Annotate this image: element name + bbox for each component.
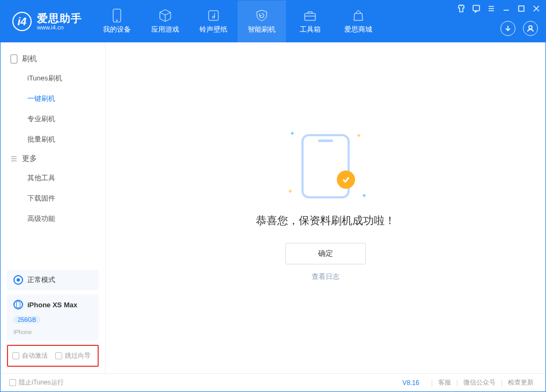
mode-dot-icon bbox=[13, 275, 23, 285]
sidebar-item-itunes-flash[interactable]: iTunes刷机 bbox=[1, 68, 105, 88]
header-right-actions bbox=[500, 21, 538, 36]
music-note-icon bbox=[206, 9, 220, 23]
view-log-link[interactable]: 查看日志 bbox=[312, 272, 340, 282]
sidebar-item-oneclick-flash[interactable]: 一键刷机 bbox=[1, 88, 105, 109]
svg-point-3 bbox=[212, 16, 215, 18]
tab-smart-flash[interactable]: 智能刷机 bbox=[238, 1, 286, 42]
sidebar-item-advanced[interactable]: 高级功能 bbox=[1, 209, 105, 229]
tab-label: 工具箱 bbox=[300, 25, 321, 34]
close-icon[interactable] bbox=[532, 4, 541, 13]
tab-label: 铃声壁纸 bbox=[200, 25, 227, 34]
footer-link-wechat[interactable]: 微信公众号 bbox=[460, 378, 499, 387]
list-icon bbox=[10, 155, 18, 162]
sparkle-icon: ✦ bbox=[290, 130, 295, 137]
checkmark-badge-icon bbox=[337, 171, 355, 189]
feedback-icon[interactable] bbox=[471, 4, 481, 13]
mode-card[interactable]: 正常模式 bbox=[7, 270, 99, 290]
minimize-icon[interactable] bbox=[501, 4, 511, 13]
sparkle-icon: ✦ bbox=[361, 192, 367, 199]
tab-label: 我的设备 bbox=[103, 25, 131, 34]
checkbox-icon bbox=[9, 379, 16, 386]
device-type: iPhone bbox=[13, 329, 32, 335]
sidebar-group-more: 更多 bbox=[1, 150, 105, 168]
version-label: V8.16 bbox=[402, 379, 419, 387]
confirm-button[interactable]: 确定 bbox=[285, 243, 366, 264]
svg-rect-5 bbox=[473, 5, 479, 11]
app-window: i4 爱思助手 www.i4.cn 我的设备 应用游戏 铃声壁纸 智能刷机 bbox=[0, 0, 546, 392]
sidebar-group-label: 更多 bbox=[22, 154, 37, 164]
svg-rect-9 bbox=[17, 302, 20, 308]
sidebar: 刷机 iTunes刷机 一键刷机 专业刷机 批量刷机 更多 其他工具 下载固件 … bbox=[1, 42, 106, 373]
sparkle-icon: ✦ bbox=[287, 188, 293, 195]
sidebar-item-download-firmware[interactable]: 下载固件 bbox=[1, 188, 105, 209]
checkbox-skip-guide[interactable]: 跳过向导 bbox=[55, 351, 91, 360]
svg-rect-4 bbox=[305, 13, 315, 20]
device-card[interactable]: iPhone XS Max 256GB iPhone bbox=[7, 294, 99, 341]
main-content: ✦ ✦ ✦ ✦ 恭喜您，保资料刷机成功啦！ 确定 查看日志 bbox=[106, 42, 545, 373]
app-title: 爱思助手 bbox=[37, 12, 82, 24]
mode-label: 正常模式 bbox=[27, 275, 55, 285]
tab-label: 爱思商城 bbox=[344, 25, 372, 34]
checkbox-label: 阻止iTunes运行 bbox=[19, 378, 64, 387]
svg-point-1 bbox=[116, 20, 117, 21]
bag-icon bbox=[351, 9, 365, 23]
sidebar-group-flash: 刷机 bbox=[1, 50, 105, 68]
checkbox-auto-activate[interactable]: 自动激活 bbox=[12, 351, 48, 360]
separator: | bbox=[454, 379, 460, 387]
app-logo: i4 爱思助手 www.i4.cn bbox=[1, 1, 93, 42]
sidebar-item-batch-flash[interactable]: 批量刷机 bbox=[1, 129, 105, 150]
svg-point-7 bbox=[529, 26, 532, 29]
body: 刷机 iTunes刷机 一键刷机 专业刷机 批量刷机 更多 其他工具 下载固件 … bbox=[1, 42, 545, 373]
tab-store[interactable]: 爱思商城 bbox=[334, 1, 382, 42]
download-button[interactable] bbox=[500, 21, 515, 36]
cube-icon bbox=[158, 9, 172, 23]
header-tabs: 我的设备 应用游戏 铃声壁纸 智能刷机 工具箱 爱思商城 bbox=[93, 1, 382, 42]
svg-rect-8 bbox=[11, 55, 17, 63]
footer: 阻止iTunes运行 V8.16 | 客服 | 微信公众号 | 检查更新 bbox=[1, 373, 545, 391]
device-phone-icon bbox=[13, 300, 23, 309]
skin-icon[interactable] bbox=[456, 4, 466, 13]
tab-ringtones-wallpapers[interactable]: 铃声壁纸 bbox=[189, 1, 238, 42]
logo-icon: i4 bbox=[12, 12, 32, 31]
toolbox-icon bbox=[303, 9, 317, 23]
window-controls bbox=[456, 4, 541, 13]
checkbox-icon bbox=[12, 352, 19, 359]
success-title: 恭喜您，保资料刷机成功啦！ bbox=[256, 213, 395, 228]
tab-toolbox[interactable]: 工具箱 bbox=[286, 1, 334, 42]
device-name: iPhone XS Max bbox=[27, 301, 77, 309]
svg-rect-2 bbox=[209, 11, 218, 20]
refresh-shield-icon bbox=[255, 9, 269, 23]
footer-link-support[interactable]: 客服 bbox=[435, 378, 454, 387]
sidebar-group-label: 刷机 bbox=[22, 54, 37, 64]
phone-icon bbox=[10, 54, 18, 64]
device-icon bbox=[110, 9, 124, 23]
tab-label: 应用游戏 bbox=[151, 25, 179, 34]
menu-icon[interactable] bbox=[486, 4, 496, 13]
checkbox-icon bbox=[55, 352, 62, 359]
separator: | bbox=[499, 379, 505, 387]
checkbox-label: 跳过向导 bbox=[65, 351, 91, 360]
account-button[interactable] bbox=[523, 21, 538, 36]
tab-label: 智能刷机 bbox=[248, 25, 276, 34]
sidebar-item-pro-flash[interactable]: 专业刷机 bbox=[1, 109, 105, 129]
sidebar-item-other-tools[interactable]: 其他工具 bbox=[1, 168, 105, 188]
separator: | bbox=[429, 379, 435, 387]
checkbox-block-itunes[interactable]: 阻止iTunes运行 bbox=[9, 378, 64, 387]
svg-rect-6 bbox=[519, 6, 524, 11]
tab-my-device[interactable]: 我的设备 bbox=[93, 1, 141, 42]
footer-link-update[interactable]: 检查更新 bbox=[505, 378, 537, 387]
success-illustration: ✦ ✦ ✦ ✦ bbox=[301, 134, 350, 198]
app-subtitle: www.i4.cn bbox=[37, 24, 82, 31]
device-capacity: 256GB bbox=[13, 316, 40, 323]
options-row: 自动激活 跳过向导 bbox=[7, 345, 99, 367]
tab-apps-games[interactable]: 应用游戏 bbox=[141, 1, 189, 42]
header: i4 爱思助手 www.i4.cn 我的设备 应用游戏 铃声壁纸 智能刷机 bbox=[1, 1, 545, 42]
checkbox-label: 自动激活 bbox=[22, 351, 48, 360]
sparkle-icon: ✦ bbox=[356, 132, 361, 139]
sidebar-bottom: 正常模式 iPhone XS Max 256GB iPhone 自动激活 bbox=[1, 264, 105, 373]
maximize-icon[interactable] bbox=[517, 4, 526, 13]
